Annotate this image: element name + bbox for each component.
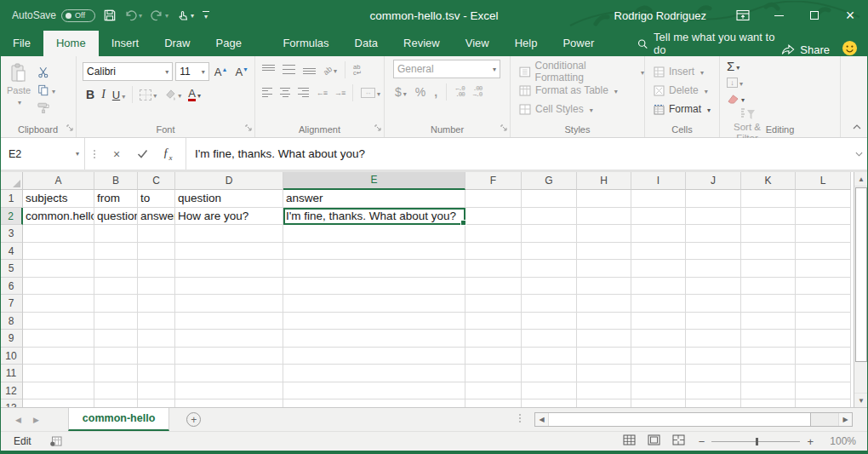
cell-K6[interactable] [741,278,796,296]
autosum-button[interactable]: Σ [727,60,752,72]
next-sheet-button[interactable]: ▶ [33,416,39,424]
vertical-scroll-thumb[interactable] [855,187,867,362]
row-header-5[interactable]: 5 [0,260,23,278]
cell-C11[interactable] [138,365,175,382]
cell-C1[interactable]: to [138,190,175,208]
column-header-E[interactable]: E [283,172,465,190]
undo-button[interactable]: ▾ [124,9,142,21]
cell-L9[interactable] [796,330,851,348]
font-family-combo[interactable]: Calibri▾ [83,62,173,81]
cell-E12[interactable] [283,382,465,400]
cell-G5[interactable] [522,260,577,278]
cell-I10[interactable] [631,348,686,365]
cell-G2[interactable] [522,208,577,226]
alignment-dialog-launcher[interactable] [374,123,382,135]
cell-L8[interactable] [796,313,851,330]
cell-B6[interactable] [94,278,138,296]
close-button[interactable]: × [832,0,868,31]
share-button[interactable]: Share [781,43,830,56]
cell-G12[interactable] [522,382,577,400]
underline-dropdown-icon[interactable] [120,89,125,101]
cell-F10[interactable] [465,348,522,365]
cell-I12[interactable] [631,382,686,400]
zoom-in-button[interactable]: + [807,436,814,447]
cell-H2[interactable] [577,208,631,226]
cell-F8[interactable] [465,313,522,330]
cell-A8[interactable] [23,313,94,330]
row-header-12[interactable]: 12 [0,382,23,400]
cell-F13[interactable] [465,399,522,407]
cell-K9[interactable] [741,330,796,348]
merge-center-dropdown-icon[interactable] [375,87,380,99]
expand-formula-bar-button[interactable] [849,138,868,170]
autosum-dropdown-icon[interactable] [734,60,740,72]
cell-F1[interactable] [465,190,522,208]
cancel-button[interactable]: × [104,147,129,161]
cell-F3[interactable] [465,225,522,243]
cell-E1[interactable]: answer [283,190,465,208]
cell-L10[interactable] [796,348,851,365]
cell-B1[interactable]: from [94,190,138,208]
normal-view-button[interactable] [623,434,636,448]
select-all-corner[interactable] [0,172,23,190]
clipboard-dialog-launcher[interactable] [66,123,74,135]
cell-K10[interactable] [741,348,796,365]
formula-bar-resize-handle[interactable] [85,138,104,170]
autosave-toggle-pill[interactable]: Off [61,9,95,22]
clear-dropdown-icon[interactable] [740,93,745,105]
tab-page-layout[interactable]: Page Layout [203,31,271,56]
cut-button[interactable] [37,66,55,78]
cell-D13[interactable] [175,399,283,407]
cell-B9[interactable] [94,330,138,348]
undo-dropdown-icon[interactable]: ▾ [139,12,142,20]
cell-J5[interactable] [686,260,741,278]
scroll-down-button[interactable]: ▼ [854,393,868,407]
cell-J10[interactable] [686,348,741,365]
align-left-button[interactable] [262,88,272,97]
tab-help[interactable]: Help [502,31,551,56]
cell-H12[interactable] [577,382,631,400]
underline-button[interactable]: U [112,89,125,101]
cell-J13[interactable] [686,399,741,407]
cell-B4[interactable] [94,243,138,261]
decrease-font-size-button[interactable]: A▼ [232,66,251,78]
cell-L1[interactable] [796,190,851,208]
conditional-formatting-dropdown-icon[interactable] [639,66,644,78]
cell-K12[interactable] [741,382,796,400]
cell-H9[interactable] [577,330,631,348]
cell-L11[interactable] [796,365,851,382]
percent-style-button[interactable]: % [415,85,425,99]
cell-D11[interactable] [175,365,283,382]
tab-power-pivot[interactable]: Power Pivot [550,31,614,56]
number-dialog-launcher[interactable] [500,123,508,135]
row-header-8[interactable]: 8 [0,313,23,330]
cell-A2[interactable]: common.hello [23,208,94,226]
cell-F11[interactable] [465,365,522,382]
tab-home[interactable]: Home [43,31,99,56]
cell-E11[interactable] [283,365,465,382]
insert-function-button[interactable]: ƒx [155,146,180,162]
copy-dropdown-icon[interactable] [50,84,55,96]
minimize-button[interactable] [761,0,797,31]
cell-J7[interactable] [686,295,741,313]
tell-me-box[interactable]: Tell me what you want to do [637,31,781,56]
conditional-formatting-button[interactable]: Conditional Formatting [519,64,644,79]
cell-C7[interactable] [138,295,175,313]
maximize-button[interactable] [797,0,832,31]
cell-A13[interactable] [23,399,94,407]
decrease-decimal-button[interactable]: .00→.0 [473,86,483,99]
cell-G4[interactable] [522,243,577,261]
cell-G8[interactable] [522,313,577,330]
cell-L13[interactable] [796,399,851,407]
borders-button[interactable] [140,89,157,101]
cell-A9[interactable] [23,330,94,348]
cell-E3[interactable] [283,225,465,243]
cell-B11[interactable] [94,365,138,382]
cell-B3[interactable] [94,225,138,243]
cell-J9[interactable] [686,330,741,348]
cell-K8[interactable] [741,313,796,330]
tab-data[interactable]: Data [342,31,391,56]
redo-dropdown-icon[interactable]: ▾ [165,12,168,20]
cell-F12[interactable] [465,382,522,400]
cell-C8[interactable] [138,313,175,330]
